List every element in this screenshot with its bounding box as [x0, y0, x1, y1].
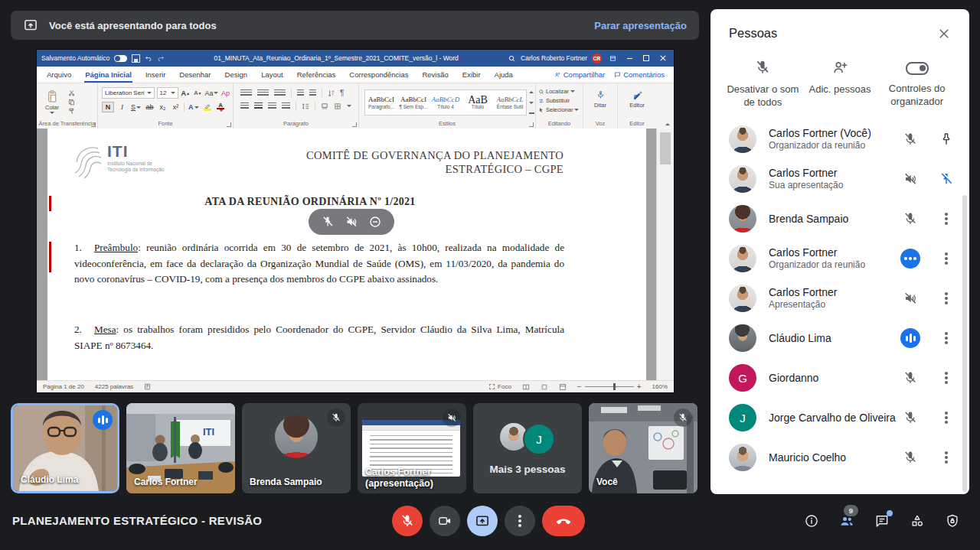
share-button[interactable]: Compartilhar — [554, 70, 605, 79]
tab-desenhar[interactable]: Desenhar — [172, 67, 217, 83]
end-call-button[interactable] — [542, 506, 585, 536]
ribbon-options-icon[interactable] — [606, 53, 619, 63]
mute-all-button[interactable]: Desativar o som de todos — [724, 59, 802, 109]
volume-off-icon[interactable] — [345, 215, 358, 229]
clear-formatting-button[interactable]: Ap — [220, 89, 230, 98]
account-avatar[interactable]: CR — [592, 54, 602, 63]
select-button[interactable]: Selecionar — [538, 106, 580, 113]
tab-inserir[interactable]: Inserir — [139, 67, 172, 83]
highlight-button[interactable] — [203, 103, 213, 112]
styles-scroll-up-icon[interactable] — [529, 91, 534, 93]
host-controls-toggle-button[interactable]: Controles do organizador — [878, 59, 956, 109]
bold-button[interactable]: N — [102, 102, 114, 112]
style-subtle-emphasis[interactable]: AaBbCcLÊnfase Sutil — [494, 90, 526, 115]
tab-referencias[interactable]: Referências — [290, 67, 343, 83]
strikethrough-button[interactable]: ab — [145, 103, 155, 112]
save-icon[interactable] — [132, 54, 140, 63]
dialog-launcher-icon[interactable] — [352, 122, 357, 127]
collapse-ribbon-icon[interactable] — [665, 123, 670, 125]
video-tile-carlos-fortner[interactable]: ITI Carlos Fortner — [126, 403, 235, 493]
undo-icon[interactable] — [145, 54, 152, 62]
read-mode-icon[interactable] — [522, 383, 530, 391]
decrease-indent-icon[interactable] — [297, 89, 304, 96]
video-tile-more-people[interactable]: J Mais 3 pessoas — [473, 403, 582, 493]
close-panel-icon[interactable] — [937, 27, 951, 41]
tab-correspondencias[interactable]: Correspondências — [342, 67, 415, 83]
add-people-button[interactable]: Adic. pessoas — [802, 59, 879, 109]
borders-icon[interactable] — [334, 103, 341, 110]
more-actions-button[interactable] — [937, 369, 956, 387]
comments-button[interactable]: Comentários — [614, 70, 665, 79]
tab-revisao[interactable]: Revisão — [415, 67, 455, 83]
numbering-icon[interactable] — [257, 89, 269, 96]
video-tile-presentation[interactable]: Carlos Fortner(apresentação) — [358, 403, 466, 493]
panel-scrollbar[interactable] — [962, 195, 967, 492]
participant-row[interactable]: Carlos FortnerSua apresentação — [710, 159, 969, 199]
style-heading4[interactable]: AaBbCcDTítulo 4 — [430, 90, 462, 115]
minimize-button[interactable] — [623, 53, 635, 63]
video-tile-claudio-lima[interactable]: Cláudio Lima — [11, 403, 119, 493]
word-count[interactable]: 4225 palavras — [95, 383, 133, 390]
participant-row[interactable]: Cláudio Lima — [710, 318, 969, 358]
align-right-icon[interactable] — [268, 103, 276, 109]
volume-off-icon[interactable] — [900, 169, 920, 189]
participant-row[interactable]: Carlos FortnerApresentação — [710, 278, 969, 318]
participant-row[interactable]: Mauricio Coelho — [710, 438, 969, 477]
zoom-level[interactable]: 160% — [652, 383, 668, 390]
paste-button[interactable]: Colar — [39, 86, 65, 119]
more-actions-button[interactable] — [937, 210, 956, 228]
participant-row[interactable]: Carlos FortnerOrganizador da reunião — [710, 239, 969, 278]
more-actions-button[interactable] — [937, 329, 956, 347]
tab-design[interactable]: Design — [218, 67, 255, 83]
style-title[interactable]: AaBTítulo — [462, 90, 494, 115]
video-tile-you[interactable]: Você — [589, 403, 697, 493]
proofing-icon[interactable] — [144, 383, 151, 390]
bullets-icon[interactable] — [240, 89, 252, 96]
mic-off-icon[interactable] — [900, 368, 920, 388]
style-no-spacing[interactable]: AaBbCcI¶ Sem Esp... — [397, 90, 430, 115]
autosave-toggle[interactable] — [114, 55, 127, 62]
more-actions-button[interactable] — [937, 408, 956, 427]
font-name-select[interactable]: Liberation Seri — [102, 87, 155, 99]
dictate-button[interactable]: Ditar — [586, 89, 615, 109]
justify-icon[interactable] — [282, 103, 290, 109]
mic-off-icon[interactable] — [900, 447, 920, 467]
participant-row[interactable]: Brenda Sampaio — [710, 199, 969, 239]
multilevel-list-icon[interactable] — [274, 89, 286, 96]
italic-button[interactable]: I — [117, 103, 127, 112]
chat-panel-button[interactable] — [873, 512, 891, 530]
grow-font-button[interactable]: A▲ — [181, 89, 191, 98]
restore-button[interactable] — [640, 53, 652, 63]
mic-toggle-button[interactable] — [392, 506, 423, 536]
text-effects-button[interactable]: A — [188, 103, 200, 112]
font-size-select[interactable]: 12 — [157, 87, 178, 99]
cut-icon[interactable] — [68, 89, 75, 96]
tab-arquivo[interactable]: Arquivo — [40, 67, 78, 83]
close-window-button[interactable] — [657, 53, 669, 63]
tab-layout[interactable]: Layout — [254, 67, 290, 83]
shading-icon[interactable] — [321, 103, 328, 110]
camera-toggle-button[interactable] — [430, 506, 460, 536]
host-controls-button[interactable] — [943, 512, 962, 530]
sort-icon[interactable] — [328, 89, 335, 97]
meeting-details-button[interactable] — [802, 512, 821, 530]
participant-row[interactable]: Carlos Fortner (Você)Organizador da reun… — [710, 119, 969, 159]
increase-indent-icon[interactable] — [309, 89, 316, 96]
styles-gallery-icon[interactable] — [529, 112, 534, 114]
styles-scroll-down-icon[interactable] — [529, 102, 534, 104]
shrink-font-button[interactable]: A▼ — [193, 89, 203, 98]
tab-exibir[interactable]: Exibir — [456, 67, 488, 83]
style-paragraph[interactable]: AaBbCcIParágrafo... — [365, 90, 397, 115]
copy-icon[interactable] — [68, 99, 75, 106]
page-indicator[interactable]: Página 1 de 20 — [43, 383, 84, 390]
replace-button[interactable]: Substituir — [538, 97, 580, 104]
print-layout-icon[interactable] — [541, 383, 548, 391]
search-icon[interactable] — [508, 54, 516, 63]
change-case-button[interactable]: Aa — [205, 89, 218, 98]
web-layout-icon[interactable] — [559, 383, 567, 391]
editor-button[interactable]: Editor — [620, 89, 654, 109]
present-button[interactable] — [467, 506, 498, 536]
mic-off-icon[interactable] — [900, 408, 920, 428]
tab-ajuda[interactable]: Ajuda — [488, 67, 520, 83]
remove-from-call-icon[interactable] — [368, 215, 382, 229]
